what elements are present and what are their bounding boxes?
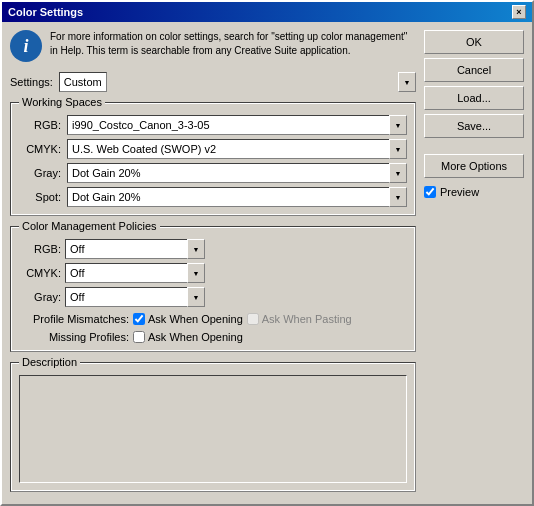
cm-gray-select-wrapper: Off ▼ (65, 287, 205, 307)
missing-profiles-label: Missing Profiles: (19, 331, 129, 343)
info-text: For more information on color settings, … (50, 30, 416, 58)
cm-rgb-select[interactable]: Off (65, 239, 205, 259)
color-management-group: Color Management Policies RGB: Off ▼ CMY… (10, 226, 416, 352)
ok-button[interactable]: OK (424, 30, 524, 54)
ws-gray-row: Gray: Dot Gain 20% ▼ (19, 163, 407, 183)
color-management-label: Color Management Policies (19, 220, 160, 232)
description-group: Description (10, 362, 416, 492)
description-content (19, 375, 407, 483)
cm-gray-select[interactable]: Off (65, 287, 205, 307)
ask-when-opening-checkbox[interactable] (133, 313, 145, 325)
settings-arrow-icon: ▼ (398, 72, 416, 92)
info-row: i For more information on color settings… (10, 30, 416, 62)
settings-row: Settings: Custom ▼ (10, 72, 416, 92)
preview-label: Preview (440, 186, 479, 198)
ws-cmyk-select[interactable]: U.S. Web Coated (SWOP) v2 (67, 139, 407, 159)
settings-select[interactable]: Custom (59, 72, 107, 92)
ask-when-pasting-label[interactable]: Ask When Pasting (247, 313, 352, 325)
ws-gray-select[interactable]: Dot Gain 20% (67, 163, 407, 183)
window-title: Color Settings (8, 6, 83, 18)
cm-rgb-row: RGB: Off ▼ (19, 239, 407, 259)
ws-cmyk-row: CMYK: U.S. Web Coated (SWOP) v2 ▼ (19, 139, 407, 159)
settings-select-wrapper: Custom ▼ (59, 72, 416, 92)
preview-checkbox[interactable] (424, 186, 436, 198)
window-body: i For more information on color settings… (2, 22, 532, 504)
ask-when-opening-label[interactable]: Ask When Opening (133, 313, 243, 325)
cancel-button[interactable]: Cancel (424, 58, 524, 82)
missing-ask-when-opening-label[interactable]: Ask When Opening (133, 331, 243, 343)
working-spaces-group: Working Spaces RGB: i990_Costco_Canon_3-… (10, 102, 416, 216)
ask-when-opening-text: Ask When Opening (148, 313, 243, 325)
description-label: Description (19, 356, 80, 368)
ws-gray-label: Gray: (19, 167, 61, 179)
ws-spot-row: Spot: Dot Gain 20% ▼ (19, 187, 407, 207)
cm-gray-label: Gray: (19, 291, 61, 303)
title-bar: Color Settings × (2, 2, 532, 22)
ws-spot-label: Spot: (19, 191, 61, 203)
ws-spot-select[interactable]: Dot Gain 20% (67, 187, 407, 207)
profile-mismatches-label: Profile Mismatches: (19, 313, 129, 325)
cm-cmyk-select[interactable]: Off (65, 263, 205, 283)
missing-ask-when-opening-checkbox[interactable] (133, 331, 145, 343)
load-button[interactable]: Load... (424, 86, 524, 110)
color-management-content: RGB: Off ▼ CMYK: Off (19, 239, 407, 343)
info-icon: i (10, 30, 42, 62)
working-spaces-content: RGB: i990_Costco_Canon_3-3-05 ▼ CMYK: (19, 115, 407, 207)
close-button[interactable]: × (512, 5, 526, 19)
right-panel: OK Cancel Load... Save... More Options P… (424, 30, 524, 496)
ws-cmyk-select-wrapper: U.S. Web Coated (SWOP) v2 ▼ (67, 139, 407, 159)
ws-gray-select-wrapper: Dot Gain 20% ▼ (67, 163, 407, 183)
missing-profiles-row: Missing Profiles: Ask When Opening (19, 331, 407, 343)
working-spaces-label: Working Spaces (19, 96, 105, 108)
title-bar-buttons: × (512, 5, 526, 19)
ws-spot-select-wrapper: Dot Gain 20% ▼ (67, 187, 407, 207)
ask-when-pasting-checkbox[interactable] (247, 313, 259, 325)
ws-rgb-select-wrapper: i990_Costco_Canon_3-3-05 ▼ (67, 115, 407, 135)
color-settings-window: Color Settings × i For more information … (0, 0, 534, 506)
cm-cmyk-label: CMYK: (19, 267, 61, 279)
preview-row: Preview (424, 186, 524, 198)
profile-mismatches-row: Profile Mismatches: Ask When Opening Ask… (19, 313, 407, 325)
ws-rgb-select[interactable]: i990_Costco_Canon_3-3-05 (67, 115, 407, 135)
left-panel: i For more information on color settings… (10, 30, 416, 496)
settings-label: Settings: (10, 76, 53, 88)
cm-cmyk-select-wrapper: Off ▼ (65, 263, 205, 283)
missing-ask-when-opening-text: Ask When Opening (148, 331, 243, 343)
ws-rgb-label: RGB: (19, 119, 61, 131)
more-options-button[interactable]: More Options (424, 154, 524, 178)
ask-when-pasting-text: Ask When Pasting (262, 313, 352, 325)
save-button[interactable]: Save... (424, 114, 524, 138)
cm-cmyk-row: CMYK: Off ▼ (19, 263, 407, 283)
ws-rgb-row: RGB: i990_Costco_Canon_3-3-05 ▼ (19, 115, 407, 135)
cm-gray-row: Gray: Off ▼ (19, 287, 407, 307)
ws-cmyk-label: CMYK: (19, 143, 61, 155)
cm-rgb-label: RGB: (19, 243, 61, 255)
cm-rgb-select-wrapper: Off ▼ (65, 239, 205, 259)
